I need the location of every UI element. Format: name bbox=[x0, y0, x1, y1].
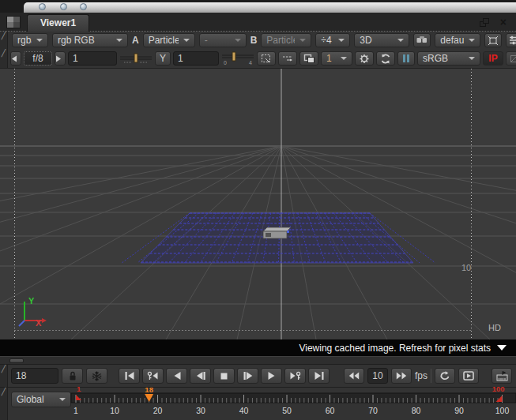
fstop-button[interactable]: f/8 bbox=[24, 51, 52, 66]
gamma-button[interactable]: Y bbox=[155, 51, 171, 66]
layout-dropdown[interactable]: default bbox=[435, 33, 480, 47]
downrez-dropdown[interactable]: 1 bbox=[321, 51, 352, 66]
caret-down-icon bbox=[235, 39, 241, 42]
play-backward-button[interactable] bbox=[166, 368, 187, 384]
display-channels-dropdown[interactable]: rgb RGB bbox=[52, 33, 128, 47]
fps-input[interactable]: 10 bbox=[367, 368, 388, 384]
view-mode-dropdown[interactable]: 3D bbox=[354, 33, 409, 47]
window-close-traffic-icon[interactable] bbox=[39, 3, 46, 10]
panel-splitter[interactable]: ╱ bbox=[0, 365, 8, 387]
axis-x-label: X bbox=[36, 318, 42, 328]
roi-icon[interactable] bbox=[257, 51, 276, 66]
caret-down-icon bbox=[59, 398, 66, 401]
window-titlebar bbox=[0, 0, 516, 13]
close-panel-icon[interactable]: × bbox=[500, 16, 507, 28]
gain-slider[interactable] bbox=[119, 52, 153, 65]
previous-keyframe-button[interactable] bbox=[142, 368, 164, 384]
format-guide-lines bbox=[15, 69, 472, 339]
go-to-end-button[interactable] bbox=[308, 368, 330, 384]
panel-splitter[interactable]: ╱ bbox=[0, 32, 8, 49]
input-b-label: B bbox=[250, 35, 258, 46]
cache-bar bbox=[0, 356, 516, 365]
timeline-tick-label: 50 bbox=[282, 406, 292, 415]
play-forward-button[interactable] bbox=[261, 368, 282, 384]
transport-controls: ╱ 18 bbox=[0, 365, 516, 387]
refresh-icon[interactable] bbox=[376, 51, 395, 66]
gain-gamma-gear-icon[interactable] bbox=[355, 51, 374, 66]
frame-range-icon[interactable] bbox=[492, 368, 512, 384]
gain-input[interactable]: 1 bbox=[68, 51, 117, 66]
timeline-ruler[interactable]: 1102030405060708090100 110018 bbox=[71, 388, 516, 420]
gamma-slider[interactable]: 0 4 bbox=[221, 51, 254, 66]
status-message: Viewing cached image. Refresh for pixel … bbox=[299, 343, 491, 354]
window-minimize-traffic-icon[interactable] bbox=[60, 3, 67, 10]
timeline-tick-label: 100 bbox=[495, 406, 510, 415]
panel-splitter[interactable]: ╱ bbox=[0, 49, 8, 68]
caret-down-icon bbox=[469, 57, 475, 60]
caret-down-icon bbox=[299, 39, 306, 42]
colorspace-dropdown[interactable]: sRGB bbox=[417, 51, 480, 66]
tab-viewer1[interactable]: Viewer1 bbox=[27, 14, 89, 32]
flipbook-icon[interactable] bbox=[458, 368, 479, 384]
input-process-button[interactable]: IP bbox=[483, 51, 503, 66]
step-back-button[interactable] bbox=[190, 368, 211, 384]
timeline-panel: ╱ Global 1102030405060708090100 110018 bbox=[0, 387, 516, 420]
status-dropdown-icon[interactable] bbox=[497, 345, 507, 351]
mask-overlay-icon[interactable] bbox=[506, 51, 516, 66]
caret-down-icon bbox=[183, 39, 190, 42]
go-to-start-button[interactable] bbox=[119, 368, 140, 384]
gamma-input[interactable]: 1 bbox=[173, 51, 219, 66]
freeze-snowflake-icon[interactable] bbox=[86, 368, 107, 384]
grid-scale-label: 10 bbox=[461, 263, 471, 272]
input-b-dropdown[interactable]: Particle1 bbox=[261, 33, 311, 47]
range-start-label: 1 bbox=[77, 384, 81, 393]
proxy-toggle-icon[interactable] bbox=[278, 51, 297, 66]
float-panel-icon[interactable] bbox=[480, 18, 489, 27]
decrease-fps-button[interactable] bbox=[344, 368, 364, 384]
caret-down-icon bbox=[36, 39, 43, 42]
viewer-settings-icon[interactable] bbox=[506, 33, 516, 47]
scene-object-box[interactable] bbox=[263, 227, 291, 238]
lock-range-icon[interactable] bbox=[62, 368, 83, 384]
wipe-compare-icon[interactable] bbox=[299, 51, 318, 66]
panel-menu-icon[interactable] bbox=[6, 16, 21, 28]
timeline-tick-label: 90 bbox=[454, 406, 464, 415]
window-zoom-traffic-icon[interactable] bbox=[80, 3, 87, 10]
frame-range-mode-dropdown[interactable]: Global bbox=[11, 392, 71, 407]
wipe-mode-dropdown[interactable]: - bbox=[199, 33, 247, 47]
loop-playback-icon[interactable] bbox=[435, 368, 455, 384]
viewer-status-bar: Viewing cached image. Refresh for pixel … bbox=[0, 339, 516, 356]
timeline-tick-label: 30 bbox=[196, 406, 205, 415]
timeline-tick-label: 60 bbox=[326, 406, 335, 415]
svg-text:0: 0 bbox=[224, 60, 227, 66]
axis-gizmo: Y X bbox=[19, 296, 47, 328]
axis-y-label: Y bbox=[28, 296, 35, 306]
layer-dropdown[interactable]: rgba bbox=[12, 33, 48, 47]
timeline-tick-label: 40 bbox=[239, 406, 249, 415]
increase-fps-button[interactable] bbox=[391, 368, 412, 384]
svg-text:4: 4 bbox=[249, 60, 252, 66]
viewer-3d-viewport[interactable]: 10 HD Y X bbox=[0, 69, 516, 339]
input-a-dropdown[interactable]: Particle1 bbox=[143, 33, 195, 47]
timeline-tick-label: 70 bbox=[368, 406, 378, 415]
step-forward-button[interactable] bbox=[237, 368, 258, 384]
cache-bar-handle[interactable] bbox=[9, 358, 24, 363]
zoom-lock-icon[interactable] bbox=[484, 33, 502, 47]
caret-down-icon bbox=[116, 39, 122, 42]
stop-button[interactable] bbox=[213, 368, 235, 384]
pause-icon[interactable] bbox=[397, 51, 415, 66]
caret-down-icon bbox=[397, 39, 404, 42]
caret-down-icon bbox=[341, 57, 347, 60]
fps-label: fps bbox=[415, 370, 427, 381]
divider bbox=[431, 369, 431, 383]
fstop-increase-icon[interactable] bbox=[55, 51, 66, 66]
timeline-tick-label: 80 bbox=[412, 406, 421, 415]
current-frame-input[interactable]: 18 bbox=[11, 368, 58, 384]
fstop-decrease-icon[interactable] bbox=[10, 51, 21, 66]
panel-splitter[interactable]: ╱ bbox=[0, 388, 8, 420]
downscale-dropdown[interactable]: ÷4 bbox=[315, 33, 350, 47]
next-keyframe-button[interactable] bbox=[284, 368, 306, 384]
stereo-camera-icon[interactable] bbox=[413, 33, 431, 47]
viewer-toolbar-top: ╱ rgba rgb RGB A Particle1 - B Particle1… bbox=[0, 32, 516, 49]
viewer-toolbar-display: ╱ f/8 1 Y 1 0 4 bbox=[0, 49, 516, 69]
